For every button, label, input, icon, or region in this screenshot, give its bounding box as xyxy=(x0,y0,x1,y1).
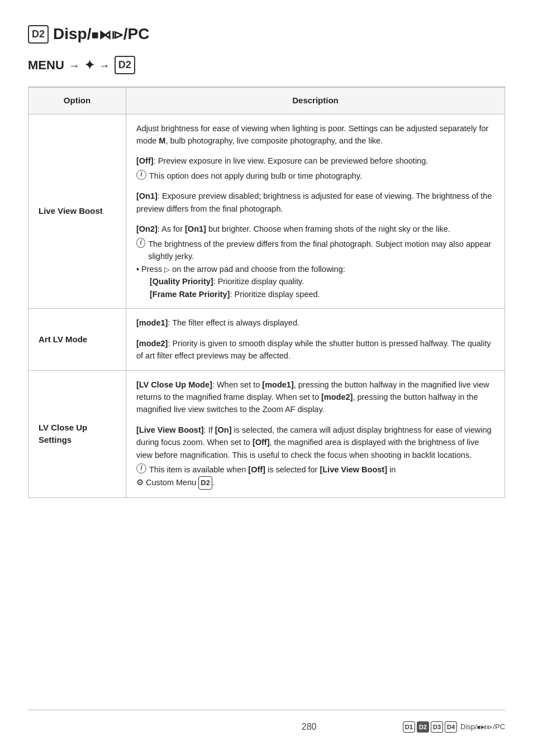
footer-badge-d3: D3 xyxy=(431,721,443,733)
desc-block-1-1: [mode2]: Priority is given to smooth dis… xyxy=(136,337,494,362)
footer: 280 D1D2D3D4Disp/■⧑⧐/PC xyxy=(28,710,505,734)
desc-cell-2: [LV Close Up Mode]: When set to [mode1],… xyxy=(126,370,505,497)
d2-badge-title: D2 xyxy=(28,25,49,44)
desc-block-0-0: Adjust brightness for ease of viewing wh… xyxy=(136,122,494,147)
footer-badge-d2: D2 xyxy=(417,721,429,733)
col-description: Description xyxy=(126,88,505,114)
arrow-right-1: → xyxy=(69,57,80,74)
table-row: Live View BoostAdjust brightness for eas… xyxy=(28,114,505,309)
desc-block-0-2: [On1]: Exposure preview disabled; bright… xyxy=(136,190,494,215)
table-row: Art LV Mode[mode1]: The filter effect is… xyxy=(28,309,505,370)
desc-block-0-1: [Off]: Preview exposure in live view. Ex… xyxy=(136,155,494,182)
arrow-right-2: → xyxy=(99,57,110,74)
gear-icon: ✦ xyxy=(84,56,94,74)
footer-badges: D1D2D3D4Disp/■⧑⧐/PC xyxy=(403,721,505,733)
footer-badge-d1: D1 xyxy=(403,721,415,733)
col-option: Option xyxy=(28,88,126,114)
menu-nav: MENU → ✦ → D2 xyxy=(28,56,505,74)
footer-page-number: 280 xyxy=(215,720,402,734)
page-title-area: D2 Disp/■⧑⧐/PC xyxy=(28,22,505,46)
option-cell-0: Live View Boost xyxy=(28,114,126,309)
d2-badge-menu: D2 xyxy=(115,56,135,74)
desc-block-1-0: [mode1]: The filter effect is always dis… xyxy=(136,317,494,329)
table-header-row: Option Description xyxy=(28,88,505,114)
page-container: D2 Disp/■⧑⧐/PC MENU → ✦ → D2 Option Desc… xyxy=(0,0,533,756)
desc-cell-0: Adjust brightness for ease of viewing wh… xyxy=(126,114,505,309)
option-cell-2: LV Close UpSettings xyxy=(28,370,126,497)
option-cell-1: Art LV Mode xyxy=(28,309,126,370)
menu-label: MENU xyxy=(28,56,64,74)
title-main: Disp/■⧑⧐/PC xyxy=(53,22,149,46)
main-table: Option Description Live View BoostAdjust… xyxy=(28,87,505,498)
desc-block-0-3: [On2]: As for [On1] but brighter. Choose… xyxy=(136,223,494,300)
desc-cell-1: [mode1]: The filter effect is always dis… xyxy=(126,309,505,370)
table-row: LV Close UpSettings[LV Close Up Mode]: W… xyxy=(28,370,505,497)
desc-block-2-1: [Live View Boost]: If [On] is selected, … xyxy=(136,424,494,490)
footer-disp-text: Disp/■⧑⧐/PC xyxy=(460,721,505,733)
footer-badge-d4: D4 xyxy=(445,721,457,733)
desc-block-2-0: [LV Close Up Mode]: When set to [mode1],… xyxy=(136,379,494,416)
